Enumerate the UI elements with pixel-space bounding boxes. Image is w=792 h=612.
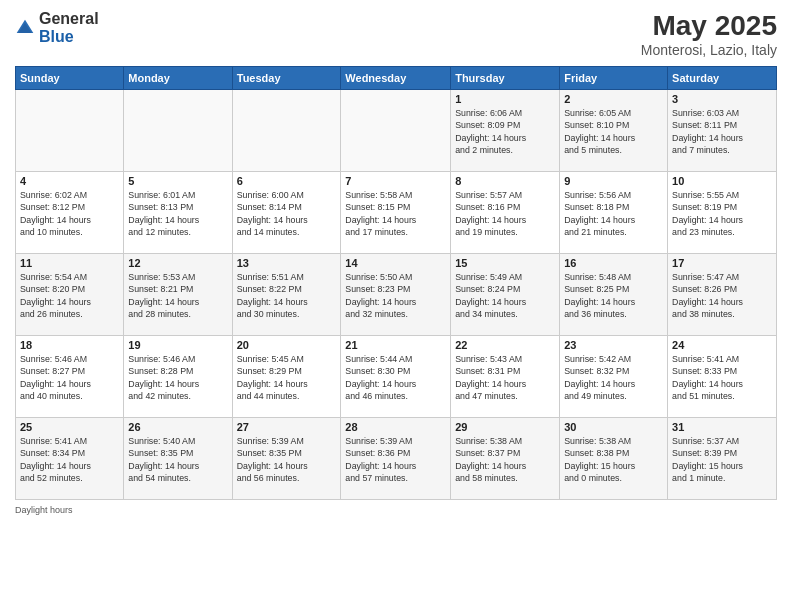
day-info: Sunrise: 5:58 AM Sunset: 8:15 PM Dayligh…	[345, 189, 446, 238]
day-number: 26	[128, 421, 227, 433]
calendar-cell: 2Sunrise: 6:05 AM Sunset: 8:10 PM Daylig…	[560, 90, 668, 172]
day-info: Sunrise: 5:41 AM Sunset: 8:33 PM Dayligh…	[672, 353, 772, 402]
week-row-4: 18Sunrise: 5:46 AM Sunset: 8:27 PM Dayli…	[16, 336, 777, 418]
col-header-sunday: Sunday	[16, 67, 124, 90]
calendar-header: SundayMondayTuesdayWednesdayThursdayFrid…	[16, 67, 777, 90]
day-number: 30	[564, 421, 663, 433]
day-info: Sunrise: 5:51 AM Sunset: 8:22 PM Dayligh…	[237, 271, 337, 320]
calendar-cell: 29Sunrise: 5:38 AM Sunset: 8:37 PM Dayli…	[451, 418, 560, 500]
day-number: 3	[672, 93, 772, 105]
day-info: Sunrise: 5:44 AM Sunset: 8:30 PM Dayligh…	[345, 353, 446, 402]
calendar-cell: 13Sunrise: 5:51 AM Sunset: 8:22 PM Dayli…	[232, 254, 341, 336]
week-row-1: 1Sunrise: 6:06 AM Sunset: 8:09 PM Daylig…	[16, 90, 777, 172]
day-info: Sunrise: 5:47 AM Sunset: 8:26 PM Dayligh…	[672, 271, 772, 320]
calendar-cell: 30Sunrise: 5:38 AM Sunset: 8:38 PM Dayli…	[560, 418, 668, 500]
calendar-cell: 1Sunrise: 6:06 AM Sunset: 8:09 PM Daylig…	[451, 90, 560, 172]
day-info: Sunrise: 6:06 AM Sunset: 8:09 PM Dayligh…	[455, 107, 555, 156]
col-header-thursday: Thursday	[451, 67, 560, 90]
day-number: 9	[564, 175, 663, 187]
day-info: Sunrise: 5:54 AM Sunset: 8:20 PM Dayligh…	[20, 271, 119, 320]
calendar-cell: 25Sunrise: 5:41 AM Sunset: 8:34 PM Dayli…	[16, 418, 124, 500]
calendar-cell: 7Sunrise: 5:58 AM Sunset: 8:15 PM Daylig…	[341, 172, 451, 254]
calendar-cell: 6Sunrise: 6:00 AM Sunset: 8:14 PM Daylig…	[232, 172, 341, 254]
day-info: Sunrise: 5:46 AM Sunset: 8:28 PM Dayligh…	[128, 353, 227, 402]
day-number: 5	[128, 175, 227, 187]
day-number: 2	[564, 93, 663, 105]
day-info: Sunrise: 5:39 AM Sunset: 8:36 PM Dayligh…	[345, 435, 446, 484]
day-info: Sunrise: 5:39 AM Sunset: 8:35 PM Dayligh…	[237, 435, 337, 484]
page: General Blue May 2025 Monterosi, Lazio, …	[0, 0, 792, 612]
col-header-wednesday: Wednesday	[341, 67, 451, 90]
calendar-cell: 22Sunrise: 5:43 AM Sunset: 8:31 PM Dayli…	[451, 336, 560, 418]
day-info: Sunrise: 5:40 AM Sunset: 8:35 PM Dayligh…	[128, 435, 227, 484]
week-row-3: 11Sunrise: 5:54 AM Sunset: 8:20 PM Dayli…	[16, 254, 777, 336]
day-number: 18	[20, 339, 119, 351]
day-info: Sunrise: 5:37 AM Sunset: 8:39 PM Dayligh…	[672, 435, 772, 484]
day-number: 27	[237, 421, 337, 433]
header-row: SundayMondayTuesdayWednesdayThursdayFrid…	[16, 67, 777, 90]
day-number: 1	[455, 93, 555, 105]
day-number: 12	[128, 257, 227, 269]
calendar-table: SundayMondayTuesdayWednesdayThursdayFrid…	[15, 66, 777, 500]
calendar-cell: 19Sunrise: 5:46 AM Sunset: 8:28 PM Dayli…	[124, 336, 232, 418]
day-info: Sunrise: 5:41 AM Sunset: 8:34 PM Dayligh…	[20, 435, 119, 484]
col-header-tuesday: Tuesday	[232, 67, 341, 90]
calendar-cell	[124, 90, 232, 172]
calendar-cell	[341, 90, 451, 172]
day-info: Sunrise: 5:55 AM Sunset: 8:19 PM Dayligh…	[672, 189, 772, 238]
logo: General Blue	[15, 10, 99, 45]
day-number: 10	[672, 175, 772, 187]
col-header-friday: Friday	[560, 67, 668, 90]
calendar-cell	[16, 90, 124, 172]
day-number: 13	[237, 257, 337, 269]
day-number: 7	[345, 175, 446, 187]
calendar-cell: 26Sunrise: 5:40 AM Sunset: 8:35 PM Dayli…	[124, 418, 232, 500]
day-info: Sunrise: 5:43 AM Sunset: 8:31 PM Dayligh…	[455, 353, 555, 402]
logo-blue: Blue	[39, 28, 74, 45]
calendar-cell: 10Sunrise: 5:55 AM Sunset: 8:19 PM Dayli…	[668, 172, 777, 254]
calendar-body: 1Sunrise: 6:06 AM Sunset: 8:09 PM Daylig…	[16, 90, 777, 500]
day-number: 8	[455, 175, 555, 187]
day-number: 14	[345, 257, 446, 269]
day-info: Sunrise: 5:45 AM Sunset: 8:29 PM Dayligh…	[237, 353, 337, 402]
day-number: 29	[455, 421, 555, 433]
week-row-5: 25Sunrise: 5:41 AM Sunset: 8:34 PM Dayli…	[16, 418, 777, 500]
day-number: 4	[20, 175, 119, 187]
day-number: 28	[345, 421, 446, 433]
calendar-cell: 28Sunrise: 5:39 AM Sunset: 8:36 PM Dayli…	[341, 418, 451, 500]
calendar-cell: 11Sunrise: 5:54 AM Sunset: 8:20 PM Dayli…	[16, 254, 124, 336]
day-number: 19	[128, 339, 227, 351]
day-number: 17	[672, 257, 772, 269]
day-info: Sunrise: 5:38 AM Sunset: 8:38 PM Dayligh…	[564, 435, 663, 484]
calendar-cell: 20Sunrise: 5:45 AM Sunset: 8:29 PM Dayli…	[232, 336, 341, 418]
day-info: Sunrise: 5:56 AM Sunset: 8:18 PM Dayligh…	[564, 189, 663, 238]
day-info: Sunrise: 6:01 AM Sunset: 8:13 PM Dayligh…	[128, 189, 227, 238]
calendar-cell: 23Sunrise: 5:42 AM Sunset: 8:32 PM Dayli…	[560, 336, 668, 418]
calendar-cell: 5Sunrise: 6:01 AM Sunset: 8:13 PM Daylig…	[124, 172, 232, 254]
col-header-saturday: Saturday	[668, 67, 777, 90]
calendar-cell: 14Sunrise: 5:50 AM Sunset: 8:23 PM Dayli…	[341, 254, 451, 336]
day-number: 15	[455, 257, 555, 269]
calendar-cell: 18Sunrise: 5:46 AM Sunset: 8:27 PM Dayli…	[16, 336, 124, 418]
calendar-cell: 8Sunrise: 5:57 AM Sunset: 8:16 PM Daylig…	[451, 172, 560, 254]
day-info: Sunrise: 6:03 AM Sunset: 8:11 PM Dayligh…	[672, 107, 772, 156]
day-info: Sunrise: 5:42 AM Sunset: 8:32 PM Dayligh…	[564, 353, 663, 402]
calendar-cell: 21Sunrise: 5:44 AM Sunset: 8:30 PM Dayli…	[341, 336, 451, 418]
day-info: Sunrise: 5:48 AM Sunset: 8:25 PM Dayligh…	[564, 271, 663, 320]
day-number: 21	[345, 339, 446, 351]
day-number: 11	[20, 257, 119, 269]
title-block: May 2025 Monterosi, Lazio, Italy	[641, 10, 777, 58]
calendar-cell: 17Sunrise: 5:47 AM Sunset: 8:26 PM Dayli…	[668, 254, 777, 336]
day-number: 16	[564, 257, 663, 269]
calendar-cell: 3Sunrise: 6:03 AM Sunset: 8:11 PM Daylig…	[668, 90, 777, 172]
day-number: 23	[564, 339, 663, 351]
calendar-cell: 31Sunrise: 5:37 AM Sunset: 8:39 PM Dayli…	[668, 418, 777, 500]
calendar-cell: 15Sunrise: 5:49 AM Sunset: 8:24 PM Dayli…	[451, 254, 560, 336]
day-info: Sunrise: 6:00 AM Sunset: 8:14 PM Dayligh…	[237, 189, 337, 238]
col-header-monday: Monday	[124, 67, 232, 90]
daylight-label: Daylight hours	[15, 505, 73, 515]
day-info: Sunrise: 6:02 AM Sunset: 8:12 PM Dayligh…	[20, 189, 119, 238]
day-number: 24	[672, 339, 772, 351]
title-location: Monterosi, Lazio, Italy	[641, 42, 777, 58]
calendar-cell	[232, 90, 341, 172]
